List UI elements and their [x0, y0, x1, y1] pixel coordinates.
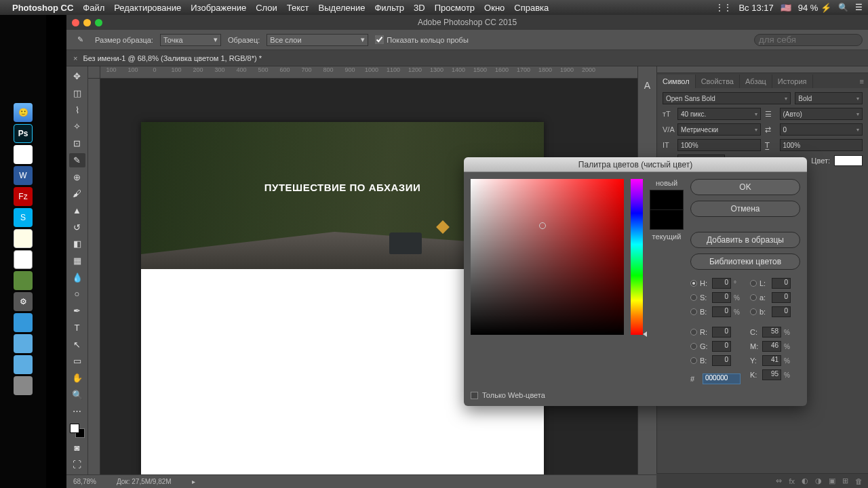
dock-trash-icon[interactable]	[14, 376, 33, 395]
s-input[interactable]: 0	[712, 292, 731, 303]
dialog-title[interactable]: Палитра цветов (чистый цвет)	[464, 157, 807, 172]
dock-photoshop-icon[interactable]: Ps	[14, 124, 33, 143]
status-arrow-icon[interactable]: ▸	[192, 478, 195, 485]
ruler-horizontal[interactable]: 1001000100200300400500600700800900100011…	[100, 66, 637, 79]
g-radio[interactable]	[690, 343, 697, 350]
marquee-tool-icon[interactable]: ◫	[69, 86, 85, 101]
menu-3d[interactable]: 3D	[414, 3, 425, 13]
adjustment-icon[interactable]: ◑	[815, 476, 822, 485]
path-tool-icon[interactable]: ↖	[69, 337, 85, 352]
leading-field[interactable]: (Авто)▾	[780, 108, 863, 120]
a-input[interactable]: 0	[772, 292, 791, 303]
font-size-field[interactable]: 40 пикс.▾	[677, 108, 761, 120]
cancel-button[interactable]: Отмена	[690, 201, 800, 217]
l-input[interactable]: 0	[772, 278, 791, 289]
dodge-tool-icon[interactable]: ○	[69, 287, 85, 302]
heal-tool-icon[interactable]: ⊕	[69, 169, 85, 184]
text-color-swatch[interactable]	[834, 155, 863, 166]
tab-properties[interactable]: Свойства	[696, 75, 740, 88]
app-name[interactable]: Photoshop CC	[12, 3, 73, 13]
color-libraries-button[interactable]: Библиотеки цветов	[690, 253, 800, 270]
menu-file[interactable]: Файл	[83, 3, 104, 13]
lab-b-radio[interactable]	[750, 308, 757, 315]
c-input[interactable]: 58	[762, 327, 781, 338]
b-radio[interactable]	[690, 308, 697, 315]
saturation-value-field[interactable]	[471, 179, 624, 335]
s-radio[interactable]	[690, 294, 697, 301]
menu-select[interactable]: Выделение	[319, 3, 366, 13]
close-icon[interactable]	[72, 19, 79, 26]
battery[interactable]: 94 % ⚡	[798, 3, 831, 13]
doc-size[interactable]: Док: 27,5M/9,82M	[117, 478, 172, 485]
r-radio[interactable]	[690, 329, 697, 336]
kerning-field[interactable]: Метрически▾	[677, 123, 761, 136]
b-input[interactable]: 0	[712, 306, 731, 317]
pen-tool-icon[interactable]: ✒	[69, 304, 85, 319]
maximize-icon[interactable]	[95, 19, 102, 26]
dock-folder-icon[interactable]	[14, 334, 33, 353]
clock[interactable]: Вс 13:17	[738, 3, 773, 13]
search-icon[interactable]: 🔍	[838, 3, 848, 12]
lang-icon[interactable]: 🇺🇸	[781, 3, 791, 13]
lab-b-input[interactable]: 0	[772, 306, 791, 317]
menu-image[interactable]: Изображение	[191, 3, 246, 13]
tab-history[interactable]: История	[772, 75, 813, 88]
eraser-tool-icon[interactable]: ◧	[69, 237, 85, 251]
web-colors-checkbox[interactable]: Только Web-цвета	[471, 391, 545, 399]
menu-help[interactable]: Справка	[514, 3, 549, 13]
sv-cursor[interactable]	[539, 222, 546, 229]
window-titlebar[interactable]: Adobe Photoshop CC 2015	[66, 15, 868, 30]
hue-strip[interactable]	[631, 179, 643, 335]
menu-filter[interactable]: Фильтр	[374, 3, 404, 13]
type-tool-icon[interactable]: T	[69, 321, 85, 336]
font-style-select[interactable]: Bold▾	[795, 92, 863, 104]
dock-app2-icon[interactable]	[14, 313, 33, 332]
g-input[interactable]: 0	[712, 341, 731, 352]
h-input[interactable]: 0	[712, 278, 731, 289]
new-layer-icon[interactable]: ⊞	[842, 476, 848, 485]
trash-icon[interactable]: 🗑	[855, 477, 863, 485]
bluetooth-icon[interactable]: ⋮⋮	[715, 3, 732, 12]
panel-menu-icon[interactable]: ≡	[856, 75, 868, 88]
m-input[interactable]: 46	[762, 341, 781, 352]
tab-character[interactable]: Символ	[657, 75, 696, 88]
panel-collapse-bar[interactable]	[657, 66, 868, 73]
k-input[interactable]: 95	[762, 369, 781, 380]
tracking-field[interactable]: 0▾	[780, 123, 863, 136]
ruler-vertical[interactable]	[88, 79, 100, 474]
move-tool-icon[interactable]: ✥	[69, 69, 85, 84]
add-swatch-button[interactable]: Добавить в образцы	[690, 232, 800, 248]
blur-tool-icon[interactable]: 💧	[69, 270, 85, 285]
a-radio[interactable]	[750, 294, 757, 301]
dock-app-icon[interactable]	[14, 271, 33, 290]
crop-tool-icon[interactable]: ⊡	[69, 136, 85, 151]
character-panel-icon[interactable]: A	[644, 80, 650, 91]
brush-tool-icon[interactable]: 🖌	[69, 186, 85, 201]
menu-view[interactable]: Просмотр	[435, 3, 475, 13]
group-icon[interactable]: ▣	[829, 476, 835, 485]
h-radio[interactable]	[690, 280, 697, 287]
minimize-icon[interactable]	[83, 19, 91, 26]
mask-icon[interactable]: ◐	[802, 476, 808, 485]
bch-input[interactable]: 0	[712, 355, 731, 366]
ok-button[interactable]: OK	[690, 179, 800, 195]
edit-toolbar-icon[interactable]: ⋯	[69, 404, 85, 419]
stamp-tool-icon[interactable]: ▲	[69, 203, 85, 218]
gradient-tool-icon[interactable]: ▦	[69, 253, 85, 268]
screenmode-icon[interactable]: ⛶	[69, 457, 85, 472]
menu-icon[interactable]: ☰	[855, 3, 863, 12]
dock-filezilla-icon[interactable]: Fz	[14, 187, 33, 206]
document-tab[interactable]: × Без имени-1 @ 68,8% (Заливка цветом 1,…	[66, 50, 868, 66]
font-family-select[interactable]: Open Sans Bold▾	[663, 92, 791, 104]
dock-folder2-icon[interactable]	[14, 355, 33, 374]
menu-layer[interactable]: Слои	[256, 3, 277, 13]
menu-edit[interactable]: Редактирование	[114, 3, 181, 13]
menu-window[interactable]: Окно	[484, 3, 505, 13]
l-radio[interactable]	[750, 280, 757, 287]
color-swatch[interactable]	[70, 424, 85, 439]
eyedropper-tool-icon[interactable]: ✎	[69, 153, 85, 168]
wand-tool-icon[interactable]: ✧	[69, 119, 85, 134]
hand-tool-icon[interactable]: ✋	[69, 371, 85, 386]
vscale-field[interactable]: 100%	[677, 139, 761, 151]
hscale-field[interactable]: 100%	[780, 139, 863, 151]
